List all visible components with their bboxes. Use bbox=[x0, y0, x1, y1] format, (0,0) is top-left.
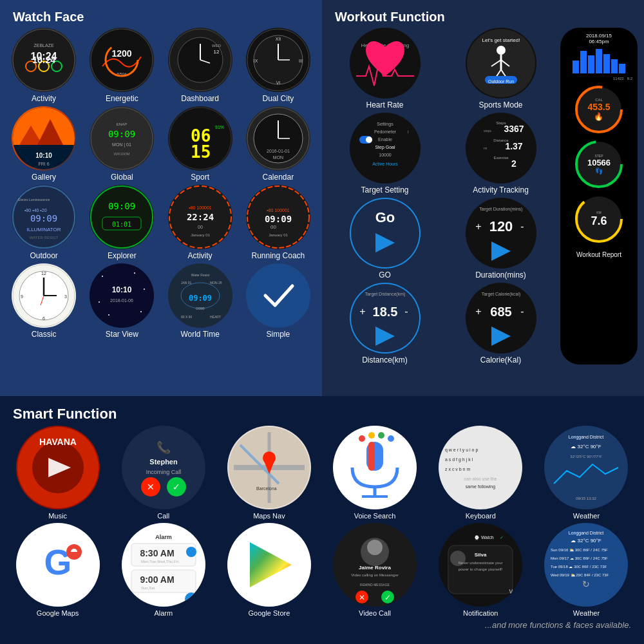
bar bbox=[619, 64, 625, 73]
svg-text:91%: 91% bbox=[215, 125, 224, 129]
svg-text:+: + bbox=[475, 221, 481, 232]
workout-circle-heartrate[interactable]: Heart Rate Checking bbox=[350, 28, 421, 99]
watch-label-gallery: Gallery bbox=[32, 173, 56, 182]
smart-circle-alarm[interactable]: Alarm 8:30 AM Mon,Tue,Wed,Thu,Fri 9:00 A… bbox=[122, 523, 205, 607]
svg-text:-: - bbox=[404, 306, 408, 317]
workout-circle-target[interactable]: Settings Pedometer i Enable Step Goal 10… bbox=[350, 113, 421, 184]
workout-label-go: GO bbox=[379, 270, 391, 279]
svg-text:Wed 09/19  ⛅  29C 84F / 23C 73: Wed 09/19 ⛅ 29C 84F / 23C 73F bbox=[551, 573, 609, 578]
svg-text:00: 00 bbox=[270, 224, 276, 230]
svg-text:✕: ✕ bbox=[147, 482, 155, 492]
svg-text:✕: ✕ bbox=[359, 593, 365, 602]
smart-circle-keyboard[interactable]: q w e r t y u i o p a s d f g h j k l z … bbox=[439, 426, 522, 509]
smart-circle-googlemaps[interactable]: G bbox=[16, 523, 100, 607]
watch-face-simple[interactable] bbox=[246, 263, 310, 328]
smart-label-store: Google Store bbox=[249, 609, 290, 617]
svg-text:1.37: 1.37 bbox=[505, 141, 522, 151]
svg-text:Silva: Silva bbox=[475, 552, 487, 558]
watch-face-running[interactable]: •80 100001 09:09 00 January 01 bbox=[246, 185, 310, 249]
watch-face-activity[interactable]: ZEBLAZE 10:24 bbox=[12, 28, 76, 92]
svg-text:09:09: 09:09 bbox=[189, 294, 212, 303]
watch-label-outdoor: Outdoor bbox=[30, 251, 57, 260]
watch-label-worldtime: World Time bbox=[180, 330, 219, 339]
svg-text:✓: ✓ bbox=[384, 593, 391, 602]
report-stats: 11422 8.2 bbox=[564, 77, 634, 80]
step-value: STEP 10566 👣 bbox=[587, 154, 611, 175]
svg-text:MON 28: MON 28 bbox=[210, 281, 222, 285]
watch-face-starview[interactable]: 10:10 2018-01-06 bbox=[90, 263, 154, 328]
workout-circle-go[interactable]: Go bbox=[350, 198, 421, 269]
svg-text:12: 12 bbox=[213, 49, 219, 55]
smart-circle-videocall[interactable]: Jaime Rovira Video calling on Messenger … bbox=[333, 523, 417, 607]
list-item: Electro Luminescence •80 •40 •20 09:09 I… bbox=[6, 185, 81, 260]
list-item: Jaime Rovira Video calling on Messenger … bbox=[324, 523, 426, 617]
list-item: •80 100001 22:24 00 January 01 Activity bbox=[163, 185, 238, 260]
svg-text:∨: ∨ bbox=[508, 587, 514, 596]
svg-point-0 bbox=[13, 29, 75, 91]
svg-text:Longgand District: Longgand District bbox=[569, 531, 604, 536]
watch-face-outdoor[interactable]: Electro Luminescence •80 •40 •20 09:09 I… bbox=[12, 185, 76, 249]
svg-text:Longgand District: Longgand District bbox=[569, 435, 604, 440]
svg-text:Target Duration(mins): Target Duration(mins) bbox=[479, 207, 522, 212]
watch-face-worldtime[interactable]: Water Resist JAN 01 MON 28 09:09 0098 80… bbox=[168, 263, 232, 328]
bar-chart bbox=[569, 48, 629, 73]
svg-text:↻: ↻ bbox=[582, 579, 590, 589]
smart-circle-voice[interactable] bbox=[333, 426, 417, 509]
list-item: Google Store bbox=[218, 523, 320, 617]
svg-text:HEART: HEART bbox=[210, 315, 221, 319]
svg-text:9:00 AM: 9:00 AM bbox=[140, 574, 174, 585]
workout-circle-sports[interactable]: Let's get started! Outdoor Run bbox=[466, 28, 536, 99]
smart-circle-weather[interactable]: Longgand District ☁ 32°C 90°F 32°/25°C 9… bbox=[544, 426, 628, 509]
workout-circle-calorie[interactable]: Target Calorie(kcal) + 685 - bbox=[466, 283, 536, 354]
watch-face-dashboard[interactable]: WED 12 bbox=[168, 28, 232, 92]
report-date: 2018.09/15 06:45pm bbox=[586, 33, 612, 44]
smart-label-maps: Maps Nav bbox=[253, 512, 285, 520]
workout-circle-distance[interactable]: Target Distance(km) + 18.5 - bbox=[350, 283, 421, 354]
smart-circle-weather2[interactable]: Longgand District ☁ 32°C 90°F Sun 09/16 … bbox=[544, 523, 628, 607]
watch-label-calendar: Calendar bbox=[263, 173, 294, 182]
svg-text:⌚ Watch: ⌚ Watch bbox=[474, 535, 494, 540]
svg-rect-171 bbox=[368, 442, 375, 471]
svg-text:Sun,Sat: Sun,Sat bbox=[141, 586, 155, 590]
watch-face-explorer[interactable]: 09:09 01:01 bbox=[90, 185, 154, 249]
watch-face-gallery[interactable]: 10:10 FRI 6 bbox=[12, 106, 76, 171]
svg-text:Let's get started!: Let's get started! bbox=[482, 37, 520, 43]
watch-face-activity2[interactable]: •80 100001 22:24 00 January 01 bbox=[168, 185, 232, 249]
workout-label-tracking: Activity Tracking bbox=[473, 185, 529, 194]
workout-circle-duration[interactable]: Target Duration(mins) + 120 - bbox=[466, 198, 536, 269]
watch-face-classic[interactable]: 12 3 6 9 bbox=[12, 263, 76, 328]
svg-text:2018-01-06: 2018-01-06 bbox=[110, 298, 133, 303]
svg-text:10:10: 10:10 bbox=[112, 285, 132, 294]
watch-face-global[interactable]: ENAP 09:09 MON | 01 WR100M bbox=[90, 106, 154, 171]
svg-text:Sun 09/16  ⛅  30C 86F / 24C 75: Sun 09/16 ⛅ 30C 86F / 24C 75F bbox=[551, 547, 608, 553]
list-item: 10:10 2018-01-06 Star View bbox=[84, 263, 159, 339]
smart-circle-notification[interactable]: ⌚ Watch ✓ Silva Never underestimate your… bbox=[439, 523, 522, 607]
svg-text:Active Hours: Active Hours bbox=[372, 162, 398, 166]
smart-label-keyboard: Keyboard bbox=[466, 512, 496, 520]
watch-label-simple: Simple bbox=[267, 330, 290, 339]
list-item: WED 12 Dashboard bbox=[163, 28, 238, 103]
watch-face-sport[interactable]: 06 15 91% bbox=[168, 106, 232, 171]
workout-left: Heart Rate Checking Heart Rate bbox=[328, 28, 557, 365]
workout-circle-tracking[interactable]: Steps 3367 steps Distance 1.37 mi Exerci… bbox=[466, 113, 536, 184]
svg-text:Tue 09/18  ☁  30C 86F / 23C 73: Tue 09/18 ☁ 30C 86F / 23C 73F bbox=[551, 565, 607, 569]
list-item: 10:10 FRI 6 Gallery bbox=[6, 106, 81, 182]
svg-text:3: 3 bbox=[64, 294, 67, 299]
svg-text:+: + bbox=[475, 306, 481, 317]
watch-face-calendar[interactable]: 2016-01-01 MON bbox=[246, 106, 310, 171]
watch-face-energetic[interactable]: 1200 65% bbox=[90, 28, 154, 92]
svg-text:Step Goal: Step Goal bbox=[375, 145, 395, 150]
smart-circle-maps[interactable]: Barcelona bbox=[227, 426, 311, 509]
smart-circle-music[interactable]: HAVANA bbox=[16, 426, 100, 509]
svg-point-176 bbox=[378, 432, 384, 439]
list-item: 📞 Stephen Incoming Call ✕ ✓ Call bbox=[112, 426, 214, 520]
top-half: Watch Face ZEBLAZE 10:24 Activity bbox=[0, 0, 644, 396]
watch-face-dualcity[interactable]: XII III VI IX bbox=[246, 28, 310, 92]
svg-point-94 bbox=[247, 265, 309, 327]
svg-text:•80 100001: •80 100001 bbox=[189, 205, 212, 210]
list-item: HAVANA Music bbox=[6, 426, 109, 520]
smart-circle-call[interactable]: 📞 Stephen Incoming Call ✕ ✓ bbox=[122, 426, 205, 509]
list-item: Water Resist JAN 01 MON 28 09:09 0098 80… bbox=[163, 263, 238, 339]
list-item: Longgand District ☁ 32°C 90°F Sun 09/16 … bbox=[535, 523, 638, 617]
smart-circle-store[interactable] bbox=[227, 523, 311, 607]
